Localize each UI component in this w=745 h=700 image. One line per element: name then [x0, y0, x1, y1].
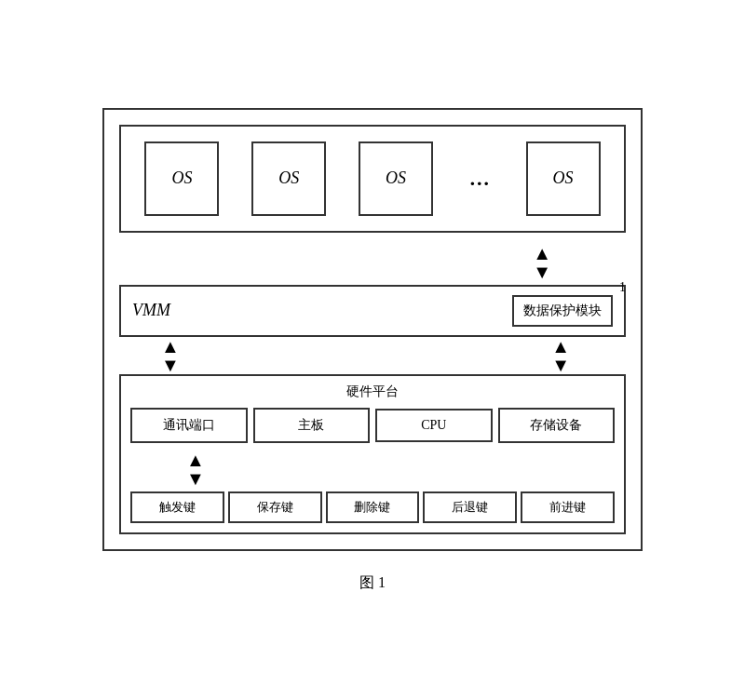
key-delete: 删除键 — [326, 491, 420, 523]
left-arrow: ▲ ▼ — [119, 337, 222, 374]
os-box-4: OS — [526, 141, 601, 216]
hw-platform: 硬件平台 通讯端口 主板 CPU 存储设备 ▲ ▼ 触发键 保存键 删除键 后退… — [119, 374, 626, 534]
hw-comm-port: 通讯端口 — [130, 408, 248, 443]
page-container: OS OS OS … OS ▲ ▼ VMM — [102, 108, 643, 593]
vmm-hw-arrows: ▲ ▼ ▲ ▼ — [119, 337, 626, 374]
os-box-1: OS — [144, 141, 219, 216]
data-protection-box: 1 数据保护模块 — [512, 295, 613, 327]
annotation-1-label: 1 — [619, 280, 626, 295]
hw-cpu: CPU — [375, 409, 493, 442]
right-arrow: ▲ ▼ — [222, 337, 626, 374]
figure-caption: 图 1 — [359, 573, 386, 593]
comm-keys-arrow: ▲ ▼ — [130, 451, 615, 488]
data-protection-label: 数据保护模块 — [523, 303, 602, 317]
hw-platform-label: 硬件平台 — [130, 384, 615, 400]
caption-text: 图 1 — [359, 573, 386, 593]
os-box-2: OS — [251, 141, 326, 216]
os-box-3: OS — [359, 141, 433, 216]
os-vmm-arrow-section: ▲ ▼ — [119, 244, 626, 281]
vmm-layer: VMM 1 数据保护模块 — [119, 285, 626, 337]
key-save: 保存键 — [228, 491, 322, 523]
vmm-label: VMM — [132, 301, 170, 320]
key-back: 后退键 — [423, 491, 517, 523]
keys-row: 触发键 保存键 删除键 后退键 前进键 — [130, 491, 615, 523]
key-trigger: 触发键 — [130, 491, 224, 523]
hw-storage: 存储设备 — [498, 408, 616, 443]
os-dots: … — [466, 167, 494, 191]
os-vmm-arrow: ▲ ▼ — [533, 244, 551, 281]
key-forward: 前进键 — [521, 491, 615, 523]
architecture-diagram: OS OS OS … OS ▲ ▼ VMM — [102, 108, 643, 551]
hw-mainboard: 主板 — [253, 408, 371, 443]
hw-components-row: 通讯端口 主板 CPU 存储设备 — [130, 408, 615, 443]
os-layer: OS OS OS … OS — [119, 125, 626, 233]
